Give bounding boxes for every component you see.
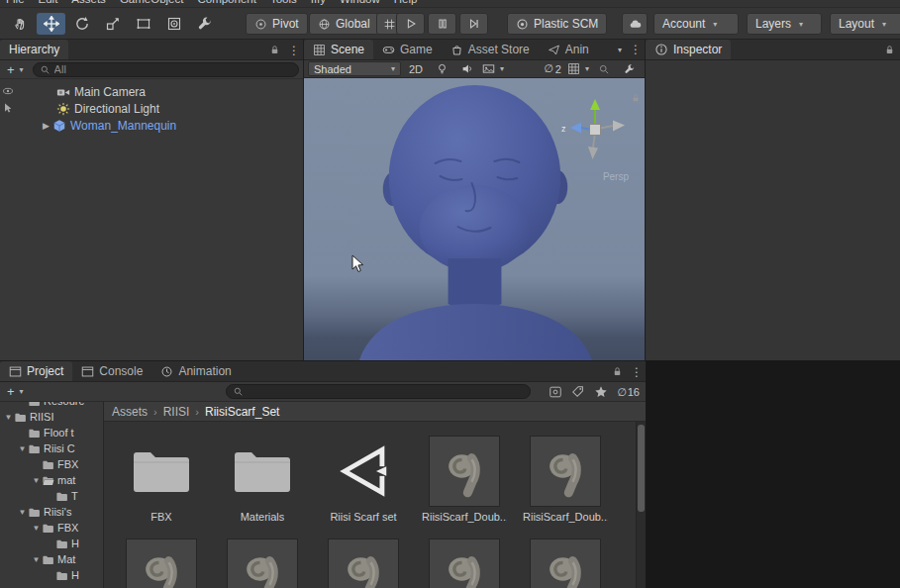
- tab-anin[interactable]: Anin: [539, 40, 598, 59]
- create-object-button[interactable]: +▾: [4, 63, 27, 76]
- menu-item-assets[interactable]: Assets: [71, 0, 106, 7]
- layout-dropdown[interactable]: Layout ▾: [830, 13, 900, 35]
- tab-project[interactable]: Project: [0, 361, 72, 381]
- hidden-asset-count[interactable]: ∅ 16: [617, 386, 640, 399]
- tab-inspector[interactable]: Inspector: [646, 40, 731, 59]
- hierarchy-item-directional-light[interactable]: Directional Light: [0, 100, 303, 117]
- scene-viewport[interactable]: z Persp: [304, 78, 645, 360]
- tree-item-riisi[interactable]: ▼RIISI: [0, 409, 103, 425]
- grid-visibility-dropdown[interactable]: ▾: [567, 61, 589, 76]
- scene-tools-button[interactable]: [619, 61, 641, 76]
- tab-game[interactable]: Game: [373, 40, 442, 59]
- tree-item-riisi-c[interactable]: ▼Riisi C: [0, 441, 103, 456]
- chevron-down-icon[interactable]: ▾: [618, 46, 622, 54]
- label-filter-icon[interactable]: [571, 385, 585, 399]
- lock-icon[interactable]: [269, 44, 280, 56]
- expand-arrow-icon[interactable]: ▼: [31, 555, 42, 564]
- project-search-input[interactable]: [248, 386, 524, 398]
- asset-thumbnail-item[interactable]: [227, 539, 298, 588]
- step-button[interactable]: [459, 13, 488, 35]
- tree-item-riisi-s[interactable]: ▼Riisi's: [0, 504, 103, 520]
- scene-search-button[interactable]: [593, 61, 615, 76]
- tree-item-floof-t[interactable]: Floof t: [0, 425, 103, 441]
- expand-arrow-icon[interactable]: ▼: [17, 444, 28, 453]
- expand-arrow-icon[interactable]: ▼: [31, 476, 42, 485]
- tree-item-h[interactable]: H: [0, 536, 103, 551]
- asset-thumbnail-item[interactable]: [429, 539, 500, 588]
- tab-animation[interactable]: Animation: [151, 361, 240, 381]
- orientation-gizmo[interactable]: z: [559, 94, 631, 165]
- menu-item-tools[interactable]: Tools: [270, 0, 297, 7]
- asset-materials[interactable]: Materials: [227, 436, 298, 523]
- kebab-menu-icon[interactable]: ⋮: [631, 366, 641, 378]
- rotate-tool-button[interactable]: [67, 13, 96, 35]
- kebab-menu-icon[interactable]: ⋮: [288, 45, 298, 56]
- menu-item-iffy[interactable]: Iffy: [311, 0, 326, 7]
- tree-item-fbx[interactable]: ▼FBX: [0, 520, 103, 536]
- asset-riisi-scarf-set[interactable]: Riisi Scarf set: [328, 436, 399, 523]
- scale-tool-button[interactable]: [98, 13, 127, 35]
- favorites-icon[interactable]: [594, 385, 608, 399]
- tab-asset-store[interactable]: Asset Store: [442, 40, 539, 59]
- asset-riisiscarf-doub[interactable]: RiisiScarf_Doub...: [530, 436, 601, 523]
- account-dropdown[interactable]: Account ▾: [653, 13, 739, 35]
- tree-item-mat[interactable]: ▼mat: [0, 472, 103, 488]
- tree-item-resourc[interactable]: Resourc: [0, 402, 103, 409]
- expand-arrow-icon[interactable]: ▼: [31, 524, 42, 533]
- create-asset-button[interactable]: +▾: [4, 385, 27, 398]
- asset-riisiscarf-doub[interactable]: RiisiScarf_Doub...: [429, 436, 500, 523]
- global-toggle-button[interactable]: Global: [309, 13, 379, 35]
- menu-item-edit[interactable]: Edit: [39, 0, 58, 7]
- asset-thumbnail-item[interactable]: [530, 539, 601, 588]
- tree-item-mat[interactable]: ▼Mat: [0, 551, 103, 567]
- pickability-icon[interactable]: [2, 102, 14, 114]
- plastic-scm-button[interactable]: Plastic SCM: [507, 13, 607, 35]
- expand-arrow-icon[interactable]: ▼: [17, 508, 28, 517]
- viewport-lock-icon[interactable]: [631, 92, 641, 104]
- asset-thumbnail-item[interactable]: [328, 539, 399, 588]
- hidden-objects-toggle[interactable]: ∅ 2: [542, 61, 563, 76]
- breadcrumb-assets[interactable]: Assets: [112, 405, 148, 419]
- scene-audio-button[interactable]: [456, 61, 478, 76]
- lock-icon[interactable]: [612, 365, 623, 378]
- menu-item-help[interactable]: Help: [394, 0, 418, 7]
- scene-lighting-button[interactable]: [431, 61, 452, 76]
- draw-mode-dropdown[interactable]: Shaded ▾: [308, 61, 401, 76]
- breadcrumb-riisi[interactable]: RIISI: [163, 405, 190, 419]
- tree-item-h[interactable]: H: [0, 567, 103, 583]
- tab-scene[interactable]: Scene: [304, 40, 373, 59]
- asset-thumbnail-item[interactable]: [126, 539, 197, 588]
- tab-hierarchy[interactable]: Hierarchy: [0, 40, 68, 59]
- move-tool-button[interactable]: [37, 13, 65, 35]
- cloud-services-button[interactable]: [622, 13, 648, 35]
- expand-arrow-icon[interactable]: ▶: [40, 121, 52, 131]
- layers-dropdown[interactable]: Layers ▾: [747, 13, 822, 35]
- scrollbar-thumb[interactable]: [638, 425, 645, 512]
- packages-filter-icon[interactable]: [549, 385, 562, 399]
- breadcrumb-riisiscarf-set[interactable]: RiisiScarf_Set: [205, 405, 279, 419]
- lock-icon[interactable]: [884, 44, 895, 56]
- tree-item-fbx[interactable]: FBX: [0, 456, 103, 472]
- pause-button[interactable]: [428, 13, 456, 35]
- toggle-2d-button[interactable]: 2D: [405, 61, 427, 76]
- hand-tool-button[interactable]: [6, 13, 35, 35]
- tab-console[interactable]: Console: [72, 361, 151, 381]
- vertical-scrollbar[interactable]: [636, 422, 646, 588]
- kebab-menu-icon[interactable]: ⋮: [630, 44, 640, 55]
- scene-effects-dropdown[interactable]: ▾: [482, 61, 504, 76]
- rect-tool-button[interactable]: [129, 13, 157, 35]
- menu-item-gameobject[interactable]: GameObject: [120, 0, 184, 7]
- hierarchy-item-woman-mannequin[interactable]: ▶Woman_Mannequin: [0, 117, 303, 134]
- play-button[interactable]: [396, 13, 425, 35]
- transform-tool-button[interactable]: [159, 13, 188, 35]
- hierarchy-search-input[interactable]: [54, 63, 292, 75]
- pivot-toggle-button[interactable]: Pivot: [246, 13, 308, 35]
- tree-item-t[interactable]: T: [0, 488, 103, 504]
- visibility-eye-icon[interactable]: [2, 85, 14, 97]
- expand-arrow-icon[interactable]: ▼: [3, 413, 14, 422]
- custom-tools-tool-button[interactable]: [190, 13, 219, 35]
- menu-item-window[interactable]: Window: [340, 0, 380, 7]
- menu-item-component[interactable]: Component: [197, 0, 255, 7]
- hierarchy-item-main-camera[interactable]: Main Camera: [0, 83, 303, 100]
- menu-item-file[interactable]: File: [6, 0, 25, 7]
